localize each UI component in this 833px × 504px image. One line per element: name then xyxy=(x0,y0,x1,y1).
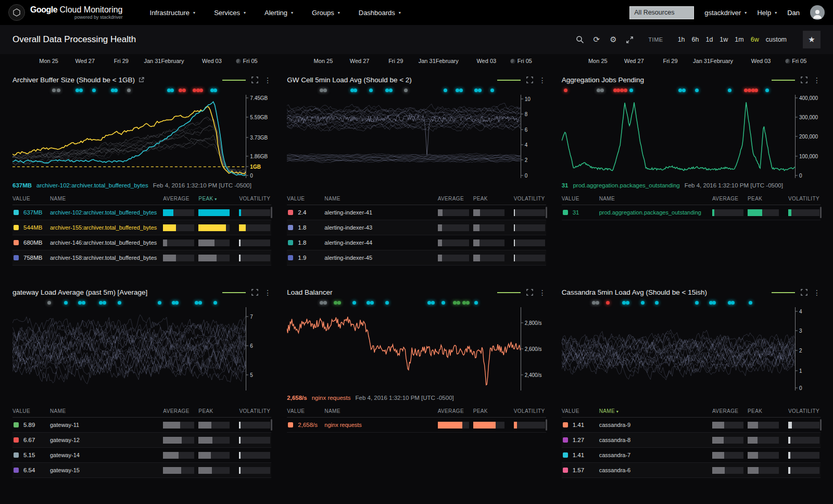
column-header-name[interactable]: NAME xyxy=(324,408,437,414)
chart-legend-icon[interactable] xyxy=(772,78,795,82)
event-dot[interactable] xyxy=(323,89,327,92)
event-dot[interactable] xyxy=(389,89,393,92)
event-dot[interactable] xyxy=(427,301,431,305)
column-header-name[interactable]: NAME xyxy=(599,196,712,201)
event-dot[interactable] xyxy=(193,89,196,92)
event-dot[interactable] xyxy=(626,301,629,305)
stackdriver-logo-icon[interactable] xyxy=(8,4,25,21)
event-dot[interactable] xyxy=(490,89,494,92)
table-row[interactable]: 1.57cassandra-6 xyxy=(562,463,821,478)
chart-legend-icon[interactable] xyxy=(772,291,795,294)
event-dot[interactable] xyxy=(213,301,217,305)
event-dot[interactable] xyxy=(655,301,659,305)
nav-menu-dashboards[interactable]: Dashboards▾ xyxy=(359,9,401,17)
time-range-custom[interactable]: custom xyxy=(766,36,787,43)
event-dot[interactable] xyxy=(629,89,633,92)
kebab-menu-icon[interactable]: ⋮ xyxy=(539,288,546,297)
event-dot[interactable] xyxy=(47,301,51,305)
event-dot[interactable] xyxy=(728,89,731,92)
column-header-value[interactable]: VALUE xyxy=(562,408,599,414)
table-row[interactable]: 680MBarchiver-146:archiver.total_buffere… xyxy=(12,235,271,250)
event-dot[interactable] xyxy=(600,89,604,92)
column-header-average[interactable]: AVERAGE xyxy=(438,196,473,201)
table-row[interactable]: 31prod.aggregation.packages_outstanding xyxy=(562,205,821,220)
event-dot[interactable] xyxy=(323,301,327,305)
chart-legend-icon[interactable] xyxy=(497,291,521,294)
event-dot[interactable] xyxy=(213,89,217,92)
table-row[interactable]: 637MBarchiver-102:archiver.total_buffere… xyxy=(12,205,271,220)
event-dot[interactable] xyxy=(370,301,374,305)
event-dot[interactable] xyxy=(474,301,478,305)
event-dot[interactable] xyxy=(337,301,341,305)
table-row[interactable]: 1.41cassandra-7 xyxy=(562,448,821,463)
column-header-value[interactable]: VALUE xyxy=(12,196,50,201)
event-dot[interactable] xyxy=(82,301,85,305)
external-link-icon[interactable] xyxy=(138,77,144,83)
help-menu[interactable]: Help▾ xyxy=(757,9,777,17)
chart-plot[interactable] xyxy=(562,95,796,178)
event-dot[interactable] xyxy=(596,301,599,305)
event-dot[interactable] xyxy=(641,301,645,305)
column-header-value[interactable]: VALUE xyxy=(562,196,599,201)
table-row[interactable]: 1.27cassandra-8 xyxy=(562,433,821,448)
event-dot[interactable] xyxy=(748,89,751,92)
column-header-peak[interactable]: PEAK ▾ xyxy=(198,196,234,201)
event-dot[interactable] xyxy=(64,301,68,305)
column-header-value[interactable]: VALUE xyxy=(287,196,324,201)
table-row[interactable]: 6.67gateway-12 xyxy=(12,433,271,448)
event-dot[interactable] xyxy=(127,89,131,92)
event-dot[interactable] xyxy=(352,301,356,305)
event-dot[interactable] xyxy=(749,301,752,305)
chart-legend-icon[interactable] xyxy=(222,78,246,82)
event-dot[interactable] xyxy=(92,89,96,92)
refresh-icon[interactable]: ⟳ xyxy=(592,35,601,44)
event-dot[interactable] xyxy=(385,89,389,92)
column-header-name[interactable]: NAME xyxy=(50,196,163,201)
fullscreen-icon[interactable] xyxy=(251,77,258,83)
column-header-average[interactable]: AVERAGE xyxy=(438,408,473,414)
settings-gear-icon[interactable]: ⚙ xyxy=(609,35,617,44)
event-dot[interactable] xyxy=(182,89,186,92)
event-dot[interactable] xyxy=(597,89,600,92)
table-row[interactable]: 1.41cassandra-9 xyxy=(562,418,821,433)
chart-legend-icon[interactable] xyxy=(497,78,521,82)
column-header-peak[interactable]: PEAK xyxy=(473,196,509,201)
table-row[interactable]: 1.8alerting-indexer-44 xyxy=(287,235,546,250)
column-header-peak[interactable]: PEAK xyxy=(473,408,509,414)
time-range-6h[interactable]: 6h xyxy=(692,36,699,43)
favorite-star-button[interactable]: ★ xyxy=(803,31,821,48)
table-row[interactable]: 758MBarchiver-158:archiver.total_buffere… xyxy=(12,250,271,266)
event-dot[interactable] xyxy=(431,301,435,305)
table-row[interactable]: 5.89gateway-11 xyxy=(12,418,271,433)
fullscreen-icon[interactable] xyxy=(526,289,533,296)
column-header-value[interactable]: VALUE xyxy=(12,408,50,414)
event-dot[interactable] xyxy=(478,89,482,92)
chart-plot[interactable] xyxy=(287,95,521,178)
nav-menu-services[interactable]: Services▾ xyxy=(214,9,246,17)
event-dot[interactable] xyxy=(103,301,106,305)
event-dot[interactable] xyxy=(175,301,179,305)
metric-link[interactable]: prod.aggregation.packages_outstanding xyxy=(573,182,679,188)
table-row[interactable]: 5.15gateway-14 xyxy=(12,448,271,463)
event-dot[interactable] xyxy=(459,89,463,92)
event-dot[interactable] xyxy=(441,301,445,305)
column-header-value[interactable]: VALUE xyxy=(287,408,324,414)
column-header-peak[interactable]: PEAK xyxy=(748,408,783,414)
column-header-volatility[interactable]: VOLATILITY xyxy=(234,196,271,201)
event-dot[interactable] xyxy=(765,89,769,92)
event-dot[interactable] xyxy=(474,89,478,92)
column-header-average[interactable]: AVERAGE xyxy=(712,408,748,414)
table-row[interactable]: 1.9alerting-indexer-45 xyxy=(287,250,546,266)
event-dot[interactable] xyxy=(52,89,56,92)
kebab-menu-icon[interactable]: ⋮ xyxy=(264,76,271,84)
event-dot[interactable] xyxy=(199,89,203,92)
table-row[interactable]: 2,658/snginx requests xyxy=(287,418,546,433)
kebab-menu-icon[interactable]: ⋮ xyxy=(813,76,821,84)
event-dot[interactable] xyxy=(695,301,699,305)
column-header-name[interactable]: NAME xyxy=(50,408,163,414)
table-row[interactable]: 1.8alerting-indexer-43 xyxy=(287,220,546,235)
event-dot[interactable] xyxy=(444,89,447,92)
kebab-menu-icon[interactable]: ⋮ xyxy=(264,288,271,297)
nav-menu-infrastructure[interactable]: Infrastructure▾ xyxy=(150,9,196,17)
expand-icon[interactable] xyxy=(625,35,634,44)
